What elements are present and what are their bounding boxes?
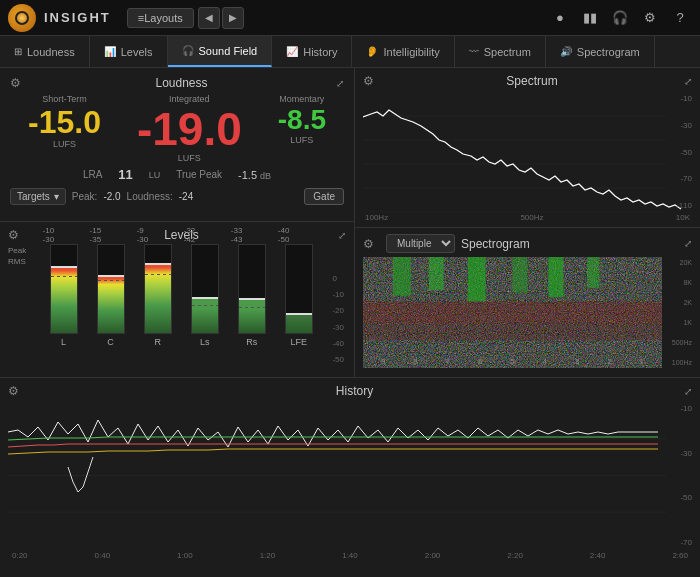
- settings-icon[interactable]: ⚙: [638, 6, 662, 30]
- st-8: 8: [413, 357, 417, 366]
- history-svg: [8, 402, 666, 549]
- app-logo: [8, 4, 36, 32]
- loudness-expand-icon[interactable]: ⤢: [336, 78, 344, 89]
- history-tab-label: History: [303, 46, 337, 58]
- tab-spectrogram[interactable]: 🔊 Spectrogram: [546, 36, 655, 67]
- levels-expand-icon[interactable]: ⤢: [338, 230, 346, 241]
- sy-3: -50: [667, 148, 692, 157]
- short-term-value: -15.0: [28, 106, 101, 138]
- L-bar: [50, 244, 78, 334]
- LFE-bar: [285, 244, 313, 334]
- L-peak-fill: [51, 267, 77, 333]
- channel-R: -9 -30 R: [137, 226, 179, 347]
- scale-50: -50: [332, 355, 344, 364]
- tab-soundfield[interactable]: 🎧 Sound Field: [168, 36, 273, 67]
- st-4: 4: [543, 357, 547, 366]
- tab-history[interactable]: 📈 History: [272, 36, 352, 67]
- ss-20k: 20K: [662, 259, 692, 266]
- spectrogram-tab-label: Spectrogram: [577, 46, 640, 58]
- Ls-label: Ls: [200, 337, 210, 347]
- loudness-metrics: Short-Term -15.0 LUFS Integrated -19.0 L…: [10, 94, 344, 163]
- C-peak-val: -15: [90, 226, 132, 235]
- spectrum-plot-area: -10 -30 -50 -70 -110: [363, 92, 692, 212]
- st-7: 7: [446, 357, 450, 366]
- LFE-peak-marker: [286, 313, 312, 315]
- nav-next-button[interactable]: ▶: [222, 7, 244, 29]
- tab-levels[interactable]: 📊 Levels: [90, 36, 168, 67]
- loudness-gear-icon[interactable]: ⚙: [10, 76, 21, 90]
- momentary-label: Momentary: [279, 94, 324, 104]
- sy-5: -110: [667, 201, 692, 210]
- gate-button[interactable]: Gate: [304, 188, 344, 205]
- targets-dropdown[interactable]: Targets ▾: [10, 188, 66, 205]
- spectro-scale-x: 9 8 7 6 5 4 3 2 1: [367, 357, 658, 366]
- layouts-button[interactable]: ≡ Layouts: [127, 8, 194, 28]
- tab-loudness[interactable]: ⊞ Loudness: [0, 36, 90, 67]
- history-panel-header: ⚙ History ⤢: [8, 384, 692, 398]
- right-panels: ⚙ Spectrum ⤢: [355, 68, 700, 377]
- LFE-label: LFE: [291, 337, 308, 347]
- spectrogram-gear-icon[interactable]: ⚙: [363, 237, 374, 251]
- levels-tab-label: Levels: [121, 46, 153, 58]
- spectrogram-expand-icon[interactable]: ⤢: [684, 238, 692, 249]
- spectrum-scale-y: -10 -30 -50 -70 -110: [667, 92, 692, 212]
- search-icon[interactable]: ●: [548, 6, 572, 30]
- tab-bar: ⊞ Loudness 📊 Levels 🎧 Sound Field 📈 Hist…: [0, 36, 700, 68]
- spectrum-expand-icon[interactable]: ⤢: [684, 76, 692, 87]
- history-plot-area: -10 -30 -50 -70: [8, 402, 692, 549]
- nav-prev-button[interactable]: ◀: [198, 7, 220, 29]
- spectrogram-dropdown[interactable]: Multiple: [386, 234, 455, 253]
- Ls-peak-val: -32: [184, 226, 226, 235]
- main-content: ⚙ Loudness ⤢ Short-Term -15.0 LUFS Integ…: [0, 68, 700, 577]
- levels-gear-icon[interactable]: ⚙: [8, 228, 19, 242]
- R-rms-val: -30: [137, 235, 179, 244]
- svg-rect-14: [363, 301, 662, 323]
- integrated-value: -19.0: [137, 106, 242, 152]
- spectrum-panel: ⚙ Spectrum ⤢: [355, 68, 700, 228]
- hx-200: 2:00: [425, 551, 441, 560]
- Ls-peak-marker: [192, 297, 218, 299]
- spectrum-gear-icon[interactable]: ⚙: [363, 74, 374, 88]
- hy-10: -10: [667, 404, 692, 413]
- spectrum-tab-icon: 〰: [469, 46, 479, 57]
- help-icon[interactable]: ?: [668, 6, 692, 30]
- spectrum-scale-x: 100Hz 500Hz 10K: [363, 213, 692, 222]
- loudness-controls: Targets ▾ Peak: -2.0 Loudness: -24 Gate: [10, 188, 344, 205]
- tab-spectrum[interactable]: 〰 Spectrum: [455, 36, 546, 67]
- svg-rect-8: [429, 257, 444, 290]
- spectrogram-header: ⚙ Multiple Spectrogram ⤢: [363, 234, 692, 253]
- st-5: 5: [510, 357, 514, 366]
- headphones-icon[interactable]: 🎧: [608, 6, 632, 30]
- hx-120: 1:20: [260, 551, 276, 560]
- tab-intelligibility[interactable]: 👂 Intelligibility: [352, 36, 454, 67]
- integrated-metric: Integrated -19.0 LUFS: [137, 94, 242, 163]
- LFE-peak-val: -40: [278, 226, 320, 235]
- sx-10k: 10K: [676, 213, 690, 222]
- pause-icon[interactable]: ▮▮: [578, 6, 602, 30]
- ss-1k: 1K: [662, 319, 692, 326]
- Rs-peak-fill: [239, 300, 265, 333]
- history-scale-y: -10 -30 -50 -70: [667, 402, 692, 549]
- true-peak-label: True Peak: [176, 169, 222, 180]
- st-2: 2: [607, 357, 611, 366]
- sx-100: 100Hz: [365, 213, 388, 222]
- sy-2: -30: [667, 121, 692, 130]
- hx-140: 1:40: [342, 551, 358, 560]
- hx-100: 1:00: [177, 551, 193, 560]
- short-term-metric: Short-Term -15.0 LUFS: [28, 94, 101, 149]
- C-peak-fill: [98, 276, 124, 333]
- momentary-metric: Momentary -8.5 LUFS: [278, 94, 326, 145]
- st-6: 6: [478, 357, 482, 366]
- loudness-ctrl-label: Loudness:: [127, 191, 173, 202]
- intelligibility-tab-icon: 👂: [366, 46, 378, 57]
- spectrum-panel-header: ⚙ Spectrum ⤢: [363, 74, 692, 88]
- lra-unit: LU: [149, 170, 161, 180]
- history-gear-icon[interactable]: ⚙: [8, 384, 19, 398]
- ss-2k: 2K: [662, 299, 692, 306]
- history-expand-icon[interactable]: ⤢: [684, 386, 692, 397]
- hy-50: -50: [667, 493, 692, 502]
- L-peak-val: -10: [43, 226, 85, 235]
- hy-70: -70: [667, 538, 692, 547]
- svg-rect-10: [513, 257, 528, 293]
- st-1: 1: [640, 357, 644, 366]
